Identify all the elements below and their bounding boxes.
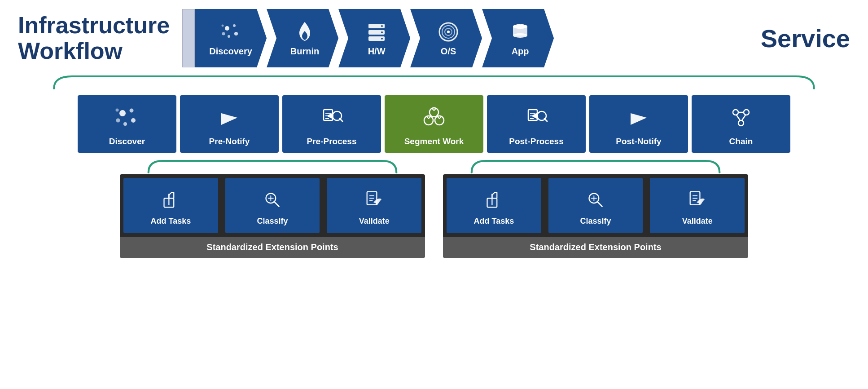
chevron-burnin: Burnin (267, 9, 338, 67)
ext-item-1-2: Validate (650, 178, 745, 233)
svg-point-4 (222, 32, 225, 35)
ext-label-0-1: Classify (257, 217, 288, 226)
top-bracket (18, 73, 850, 91)
step-pre-process: Pre-Process (282, 95, 381, 153)
ext-icon-0-2 (361, 187, 387, 213)
thin-divider (182, 9, 195, 67)
svg-point-34 (430, 108, 438, 117)
ext-box-1: Add Tasks Classify Validate Standardized… (443, 174, 748, 258)
svg-line-31 (340, 119, 342, 121)
step-label-5: Post-Notify (616, 137, 661, 146)
top-row: Infrastructure Workflow Discovery Burnin (18, 9, 850, 67)
ext-icon-1-2 (684, 187, 710, 213)
chevron-app: App (482, 9, 554, 67)
svg-point-20 (119, 110, 126, 116)
bracket-top-svg (18, 73, 850, 91)
ext-label-1-2: Validate (682, 217, 713, 226)
ext-footer-0: Standardized Extension Points (120, 237, 425, 258)
step-label-2: Pre-Process (307, 137, 357, 146)
chevron-label-4: App (512, 46, 529, 57)
ext-items-0: Add Tasks Classify Validate (120, 174, 425, 237)
svg-point-9 (381, 25, 383, 27)
svg-point-41 (733, 110, 738, 115)
step-pre-notify: Pre-Notify (180, 95, 279, 153)
svg-point-24 (116, 119, 120, 123)
chevron-o/s: O/S (410, 9, 482, 67)
svg-point-32 (424, 116, 433, 125)
step-chain: Chain (692, 95, 790, 153)
ext-icon-1-0 (481, 187, 507, 213)
chevron-icon-discovery (219, 20, 242, 44)
step-label-6: Chain (729, 137, 753, 146)
chevron-row: Discovery Burnin H/W O/S (195, 9, 747, 67)
sub-bracket-1 (443, 158, 748, 174)
ext-footer-1: Standardized Extension Points (443, 237, 748, 258)
svg-point-5 (222, 24, 224, 27)
ext-icon-0-0 (158, 187, 184, 213)
step-icon-6 (727, 103, 755, 132)
step-post-process: Post-Process (487, 95, 586, 153)
ext-box-0: Add Tasks Classify Validate Standardized… (120, 174, 425, 258)
step-label-4: Post-Process (509, 137, 563, 146)
title-line1: Infrastructure (18, 13, 170, 38)
svg-point-19 (513, 24, 527, 29)
service-label: Service (761, 24, 850, 53)
sub-bracket-0 (120, 158, 425, 174)
chevron-icon-h/w (365, 20, 388, 44)
svg-point-42 (744, 110, 749, 115)
step-label-0: Discover (109, 137, 145, 146)
ext-item-1-0: Add Tasks (447, 178, 541, 233)
ext-item-0-2: Validate (327, 178, 421, 233)
title-line2: Workflow (18, 38, 170, 64)
svg-point-2 (234, 32, 238, 35)
step-discover: Discover (78, 95, 176, 153)
svg-line-40 (544, 119, 547, 121)
step-post-notify: Post-Notify (589, 95, 688, 153)
svg-point-22 (131, 118, 136, 123)
svg-point-23 (123, 122, 127, 126)
ext-label-0-0: Add Tasks (150, 217, 191, 226)
middle-row: Discover Pre-Notify Pre-Process Segment … (18, 95, 850, 153)
svg-point-25 (116, 109, 119, 112)
ext-label-1-1: Classify (580, 217, 611, 226)
step-icon-3 (420, 103, 448, 132)
step-label-3: Segment Work (404, 137, 464, 146)
chevron-icon-burnin (293, 20, 316, 44)
ext-label-1-0: Add Tasks (473, 217, 514, 226)
ext-items-1: Add Tasks Classify Validate (443, 174, 748, 237)
svg-point-10 (381, 31, 383, 33)
title-block: Infrastructure Workflow (18, 13, 170, 64)
svg-point-43 (738, 120, 744, 126)
svg-point-15 (447, 31, 450, 33)
chevron-label-2: H/W (368, 46, 386, 57)
ext-icon-0-1 (259, 187, 285, 213)
step-icon-2 (317, 103, 346, 132)
step-icon-5 (624, 103, 653, 132)
chevron-discovery: Discovery (195, 9, 267, 67)
chevron-label-3: O/S (441, 46, 456, 57)
svg-line-60 (597, 202, 602, 207)
svg-point-11 (381, 38, 383, 40)
ext-icon-1-1 (583, 187, 609, 213)
svg-line-46 (742, 115, 745, 120)
ext-item-0-0: Add Tasks (123, 178, 218, 233)
svg-point-0 (225, 26, 229, 31)
svg-point-18 (513, 33, 527, 38)
svg-line-50 (274, 202, 279, 207)
svg-point-1 (233, 24, 236, 27)
chevron-label-0: Discovery (209, 46, 252, 57)
svg-line-45 (736, 115, 740, 120)
sub-section-1: Add Tasks Classify Validate Standardized… (443, 158, 748, 258)
step-icon-0 (113, 103, 141, 132)
chevron-h/w: H/W (338, 9, 410, 67)
step-label-1: Pre-Notify (209, 137, 250, 146)
ext-item-1-1: Classify (548, 178, 643, 233)
step-segment-work: Segment Work (385, 95, 483, 153)
step-icon-4 (522, 103, 551, 132)
chevron-icon-o/s (437, 20, 460, 44)
step-icon-1 (215, 103, 244, 132)
chevron-icon-app (509, 20, 532, 44)
ext-item-0-1: Classify (225, 178, 320, 233)
chevron-label-1: Burnin (290, 46, 319, 57)
svg-point-3 (228, 35, 230, 38)
